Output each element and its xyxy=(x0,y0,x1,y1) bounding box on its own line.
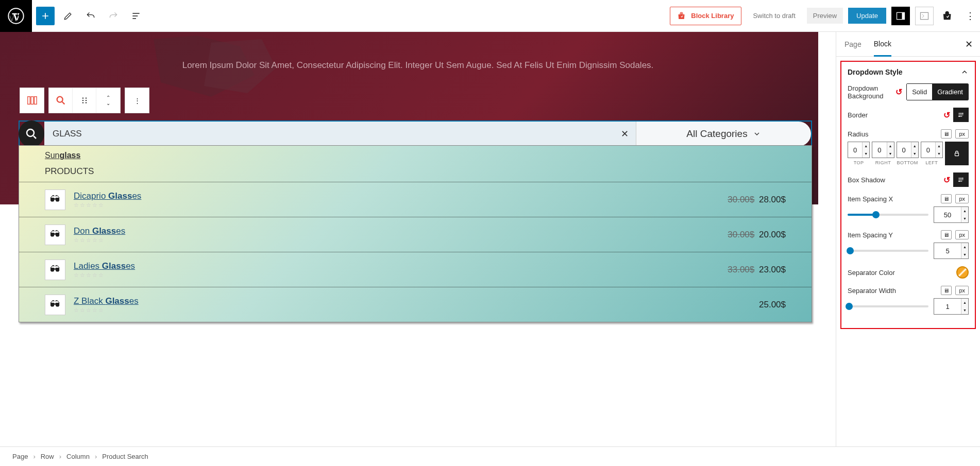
clear-search-icon[interactable]: ✕ xyxy=(621,128,629,140)
product-rating: ☆☆☆☆☆ xyxy=(74,272,719,279)
settings-sidebar-toggle[interactable] xyxy=(891,7,910,25)
spacing-x-unit[interactable]: px xyxy=(955,194,969,203)
svg-point-13 xyxy=(85,100,86,101)
product-rating: ☆☆☆☆☆ xyxy=(74,307,751,314)
radius-bottom-input[interactable]: 0 ▲▼ xyxy=(897,142,919,158)
product-row[interactable]: 🕶 Don Glasses ☆☆☆☆☆ 30.00$ 20.00$ xyxy=(19,217,812,252)
shop-icon[interactable] xyxy=(939,7,957,25)
block-toolbar: ⌃⌄ ⋮ xyxy=(20,88,149,113)
tab-page[interactable]: Page xyxy=(844,33,861,56)
product-rating: ☆☆☆☆☆ xyxy=(74,237,719,244)
product-name[interactable]: Don Glasses xyxy=(74,226,719,236)
move-arrows-icon[interactable]: ⌃⌄ xyxy=(96,88,120,113)
product-price: 25.00$ xyxy=(759,300,786,310)
search-input[interactable]: GLASS ✕ xyxy=(44,122,636,146)
svg-point-18 xyxy=(958,116,959,117)
undo-button[interactable] xyxy=(81,7,100,25)
spacing-x-input[interactable]: 50 ▲▼ xyxy=(934,206,969,223)
product-thumbnail: 🕶 xyxy=(45,189,65,210)
add-block-button[interactable] xyxy=(36,7,55,25)
device-icon[interactable]: 🖥 xyxy=(941,129,952,139)
spacing-y-label: Item Spacing Y xyxy=(848,231,893,239)
bg-label: Dropdown Background xyxy=(848,84,891,100)
spacing-x-slider[interactable] xyxy=(848,214,928,216)
settings-sidebar: Page Block ✕ Dropdown Style Dropdown Bac… xyxy=(836,32,980,446)
svg-point-20 xyxy=(962,178,963,179)
tab-block[interactable]: Block xyxy=(874,32,891,57)
search-block-icon[interactable] xyxy=(49,88,73,113)
svg-point-17 xyxy=(962,113,963,114)
update-button[interactable]: Update xyxy=(848,8,886,24)
block-library-label: Block Library xyxy=(691,12,734,20)
box-shadow-label: Box Shadow xyxy=(848,176,885,184)
product-price: 30.00$ 28.00$ xyxy=(728,195,786,205)
svg-point-14 xyxy=(82,102,83,103)
panel-header[interactable]: Dropdown Style xyxy=(848,68,969,76)
product-row[interactable]: 🕶 Dicaprio Glasses ☆☆☆☆☆ 30.00$ 28.00$ xyxy=(19,182,812,217)
radius-top-input[interactable]: 0 ▲▼ xyxy=(848,142,870,158)
svg-rect-19 xyxy=(955,153,959,156)
bg-gradient-button[interactable]: Gradient xyxy=(932,84,968,100)
product-row[interactable]: 🕶 Ladies Glasses ☆☆☆☆☆ 33.00$ 23.00$ xyxy=(19,252,812,287)
reset-shadow-icon[interactable]: ↺ xyxy=(943,175,950,185)
product-name[interactable]: Ladies Glasses xyxy=(74,261,719,271)
radius-right-input[interactable]: 0 ▲▼ xyxy=(872,142,894,158)
sep-width-slider[interactable] xyxy=(848,305,928,307)
redo-button[interactable] xyxy=(104,7,123,25)
svg-rect-6 xyxy=(28,97,30,105)
drag-handle-icon[interactable] xyxy=(73,88,96,113)
wp-logo[interactable] xyxy=(0,0,32,32)
separator-color-picker[interactable] xyxy=(956,266,969,279)
columns-icon[interactable] xyxy=(20,88,44,113)
svg-point-15 xyxy=(85,102,86,103)
product-price: 30.00$ 20.00$ xyxy=(728,230,786,240)
svg-point-11 xyxy=(85,97,86,98)
search-suggestion[interactable]: Sunglass xyxy=(19,146,812,160)
shadow-settings-icon[interactable] xyxy=(953,172,969,187)
block-more-icon[interactable]: ⋮ xyxy=(125,88,149,113)
preview-button[interactable]: Preview xyxy=(807,8,843,24)
svg-point-21 xyxy=(958,181,959,182)
spacing-y-slider[interactable] xyxy=(848,250,928,252)
options-icon[interactable] xyxy=(915,7,934,25)
product-thumbnail: 🕶 xyxy=(45,260,65,280)
product-thumbnail: 🕶 xyxy=(45,295,65,315)
border-label: Border xyxy=(848,111,868,119)
sep-width-input[interactable]: 1 ▲▼ xyxy=(934,298,969,315)
product-name[interactable]: Z Black Glasses xyxy=(74,296,751,306)
product-rating: ☆☆☆☆☆ xyxy=(74,202,719,209)
spacing-y-unit[interactable]: px xyxy=(955,230,969,239)
reset-border-icon[interactable]: ↺ xyxy=(943,110,950,120)
device-icon[interactable]: 🖥 xyxy=(941,230,952,239)
search-submit-icon[interactable] xyxy=(19,120,44,147)
radius-unit[interactable]: px xyxy=(955,129,969,139)
category-dropdown[interactable]: All Categories xyxy=(636,122,811,146)
search-dropdown: Sunglass PRODUCTS 🕶 Dicaprio Glasses ☆☆☆… xyxy=(19,145,812,322)
svg-point-16 xyxy=(27,129,34,136)
svg-rect-2 xyxy=(902,12,905,19)
bg-solid-button[interactable]: Solid xyxy=(907,84,932,100)
product-row[interactable]: 🕶 Z Black Glasses ☆☆☆☆☆ 25.00$ xyxy=(19,287,812,322)
product-thumbnail: 🕶 xyxy=(45,225,65,245)
close-sidebar-icon[interactable]: ✕ xyxy=(965,39,973,50)
spacing-y-input[interactable]: 5 ▲▼ xyxy=(934,243,969,259)
link-radius-icon[interactable] xyxy=(945,142,969,165)
product-search-block: GLASS ✕ All Categories xyxy=(19,120,812,147)
product-name[interactable]: Dicaprio Glasses xyxy=(74,191,719,201)
switch-draft-button[interactable]: Switch to draft xyxy=(747,8,801,24)
sep-width-unit[interactable]: px xyxy=(955,286,969,295)
more-menu-icon[interactable]: ⋮ xyxy=(962,10,975,22)
device-icon[interactable]: 🖥 xyxy=(941,194,952,203)
hero-tagline: Lorem Ipsum Dolor Sit Amet, Consectetur … xyxy=(182,60,654,71)
radius-left-input[interactable]: 0 ▲▼ xyxy=(921,142,943,158)
svg-point-9 xyxy=(57,97,62,102)
list-view-icon[interactable] xyxy=(127,7,145,25)
spacing-x-label: Item Spacing X xyxy=(848,195,893,203)
svg-point-10 xyxy=(82,97,83,98)
radius-label: Radius xyxy=(848,130,868,138)
device-icon[interactable]: 🖥 xyxy=(941,286,952,295)
border-settings-icon[interactable] xyxy=(953,108,969,122)
edit-icon[interactable] xyxy=(59,7,77,25)
reset-bg-icon[interactable]: ↺ xyxy=(895,87,902,97)
block-library-button[interactable]: Block Library xyxy=(670,7,741,25)
